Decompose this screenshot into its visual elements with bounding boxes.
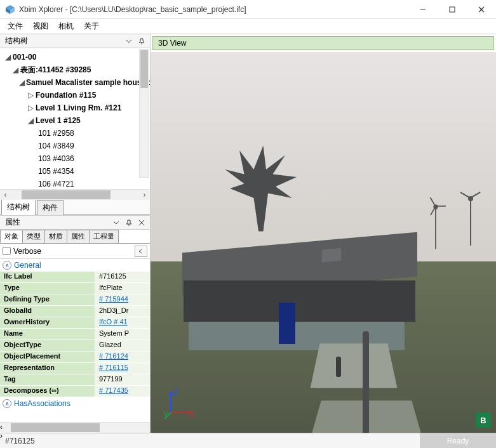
tree-view[interactable]: ◢001-00 ◢表面:411452 #39285 ◢Samuel Macali… [0,48,150,189]
expand-icon[interactable]: ◢ [11,66,19,74]
props-close-icon[interactable] [136,217,147,228]
tree-bottom-tabs: 结构树 构件 [0,200,150,215]
svg-marker-10 [169,391,173,395]
app-logo-icon [5,4,15,15]
property-key: Representation [0,363,95,374]
tree-item[interactable]: 103 #4036 [38,154,74,163]
tree-vertical-scrollbar[interactable] [139,49,149,178]
expand-icon[interactable]: ◢ [19,79,25,86]
tab-component[interactable]: 构件 [37,200,64,215]
tree-panel-header: 结构树 [0,34,150,48]
property-key: GlobalId [0,306,95,317]
props-toolbar: Verbose [0,244,150,259]
property-value-link[interactable]: # 717435 [95,386,150,397]
tab-attr[interactable]: 属性 [67,230,90,243]
tree-pin-icon[interactable] [136,36,147,47]
property-value: 2hD3j_Dr [95,306,150,317]
menu-camera[interactable]: 相机 [53,20,79,33]
tree-node-foundation[interactable]: Foundation #115 [36,91,96,100]
tab-tree[interactable]: 结构树 [1,199,36,215]
view3d-header: 3D View [152,36,494,50]
property-row: OwnerHistoryIfcO # 41 [0,317,150,329]
props-panel-header: 属性 [0,216,150,230]
tree-horizontal-scrollbar[interactable]: ‹ › [0,189,150,200]
group-associations[interactable]: ∧HasAssociations [0,397,150,410]
property-row: Ifc Label#716125 [0,272,150,283]
tree-item[interactable]: 105 #4354 [38,167,74,176]
tree-node-root[interactable]: 001-00 [13,53,36,62]
property-value: #716125 [95,272,150,282]
menu-about[interactable]: 关于 [79,20,104,33]
props-back-button[interactable] [135,246,147,257]
svg-rect-4 [450,7,455,12]
tab-quantity[interactable]: 工程量 [89,230,119,243]
property-key: Tag [0,374,95,385]
tab-material[interactable]: 材质 [44,230,67,243]
maximize-button[interactable] [438,0,467,19]
tree-node-level1living[interactable]: Level 1 Living Rm. #121 [36,103,121,112]
tab-typedef[interactable]: 类型 [22,230,45,243]
property-row: Representation# 716115 [0,363,150,374]
status-right: Ready [420,433,496,449]
property-value: IfcPlate [95,283,150,294]
titlebar: Xbim Xplorer - [C:\Users\LU\Desktop\rac_… [0,0,496,19]
menubar: 文件 视图 相机 关于 [0,19,496,34]
tree-mesh-icon [211,141,306,236]
svg-text:Y: Y [163,411,168,419]
property-key: Defining Type [0,294,95,305]
view3d-title: 3D View [158,39,491,48]
menu-view[interactable]: 视图 [28,20,53,33]
expand-icon[interactable]: ◢ [27,117,34,124]
scroll-right-icon[interactable]: › [139,190,150,200]
props-panel-title: 属性 [5,217,109,228]
svg-text:X: X [190,411,195,419]
collapse-up-icon[interactable]: ∧ [3,261,11,270]
close-button[interactable] [467,0,496,19]
minimize-button[interactable] [408,0,438,19]
tree-dropdown-icon[interactable] [123,36,135,47]
tree-node-level1[interactable]: Level 1 #125 [36,116,81,125]
scroll-left-icon[interactable]: ‹ [0,190,11,200]
property-value: Glazed [95,340,150,351]
property-row: TypeIfcPlate [0,283,150,294]
person-figure [336,357,341,377]
wind-turbine-icon [458,188,483,246]
props-grid: ∧General Ifc Label#716125TypeIfcPlateDef… [0,259,150,422]
menu-file[interactable]: 文件 [3,20,28,33]
property-key: Type [0,283,95,294]
expand-icon[interactable]: ◢ [4,53,11,61]
property-row: Defining Type# 715944 [0,294,150,306]
bim-badge-icon: B [476,412,491,428]
property-value-link[interactable]: IfcO # 41 [95,317,150,328]
tree-item[interactable]: 104 #3849 [38,142,74,150]
collapse-icon[interactable]: ▷ [27,91,34,99]
property-key: Name [0,329,95,339]
tree-node-surface[interactable]: 表面:411452 #39285 [20,65,91,76]
property-row: GlobalId2hD3j_Dr [0,306,150,317]
skylight [322,248,341,263]
verbose-label: Verbose [13,247,41,256]
3d-viewport[interactable]: Z X Y B [151,52,496,433]
scroll-right-icon[interactable]: › [0,432,150,440]
collapse-icon[interactable]: ▷ [27,104,34,112]
collapse-up-icon[interactable]: ∧ [3,399,11,408]
property-value: System P [95,329,150,339]
props-horizontal-scrollbar[interactable]: ‹ › [0,422,150,433]
verbose-checkbox[interactable] [3,247,11,255]
property-key: ObjectPlacement [0,352,95,362]
property-key: ObjectType [0,340,95,351]
property-row: ObjectPlacement# 716124 [0,352,150,363]
tree-item[interactable]: 106 #4721 [38,180,74,188]
property-value-link[interactable]: # 715944 [95,294,150,305]
tree-item[interactable]: 101 #2958 [38,129,74,138]
property-key: Ifc Label [0,272,95,282]
tab-object[interactable]: 对象 [0,230,23,243]
property-value: 977199 [95,374,150,385]
property-value-link[interactable]: # 716124 [95,352,150,362]
property-row: NameSystem P [0,329,150,340]
props-pin-icon[interactable] [123,217,135,228]
tree-node-project[interactable]: Samuel Macalister sample house de [26,78,150,87]
property-value-link[interactable]: # 716115 [95,363,150,374]
props-dropdown-icon[interactable] [111,217,122,228]
group-general[interactable]: ∧General [0,259,150,272]
